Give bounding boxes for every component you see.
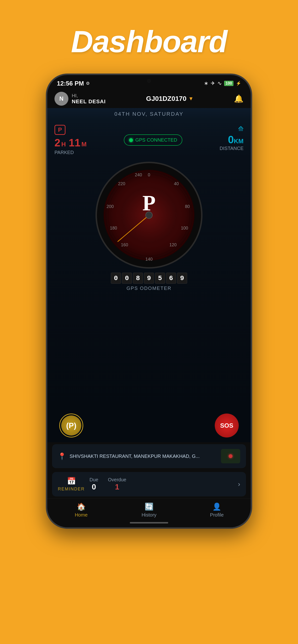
gps-label: GPS CONNECTED: [135, 137, 177, 143]
park-button-inner: (P): [61, 416, 81, 436]
svg-text:120: 120: [169, 242, 177, 247]
home-label: Home: [75, 512, 88, 518]
park-button[interactable]: (P): [59, 414, 83, 438]
reminder-calendar-icon: 📅: [67, 477, 76, 485]
speedometer-section: 0 40 80 100 120 140 160 180 200 220 240: [47, 158, 251, 409]
battery-icon: 100: [224, 81, 233, 86]
parked-hours: 2: [54, 137, 60, 149]
distance-icon: ⟰: [238, 125, 244, 133]
location-card[interactable]: 📍 SHIVSHAKTI RESTAURANT, MANEKPUR MAKAKH…: [52, 444, 246, 468]
svg-text:220: 220: [118, 181, 125, 186]
parked-badge: P: [54, 125, 66, 135]
bottom-nav: 🏠 Home 🔄 History 👤 Profile: [47, 498, 251, 520]
nav-home[interactable]: 🏠 Home: [47, 502, 115, 518]
odo-digit-3: 9: [144, 273, 154, 284]
parked-label: PARKED: [54, 150, 87, 155]
reminder-card[interactable]: 📅 REMINDER Due 0 Overdue 1 ›: [52, 472, 246, 496]
overdue-value: 1: [115, 482, 119, 492]
overdue-label: Overdue: [108, 477, 126, 482]
svg-text:40: 40: [174, 181, 179, 186]
speedometer: 0 40 80 100 120 140 160 180 200 220 240: [94, 160, 204, 270]
nav-profile[interactable]: 👤 Profile: [183, 502, 251, 518]
avatar: N: [54, 92, 68, 106]
parked-section: P 2 H 11 M PARKED: [54, 125, 87, 155]
svg-text:160: 160: [121, 242, 128, 247]
camera-notch: [147, 79, 151, 83]
home-bar: [130, 522, 168, 524]
svg-text:240: 240: [135, 172, 142, 177]
location-address: SHIVSHAKTI RESTAURANT, MANEKPUR MAKAKHAD…: [70, 454, 200, 459]
park-label: (P): [66, 421, 77, 430]
map-location-dot: [229, 454, 232, 458]
odo-digit-1: 0: [122, 273, 132, 284]
home-icon: 🏠: [77, 502, 86, 511]
profile-label: Profile: [210, 512, 224, 518]
status-icons: ∗ ✈ ∿ 100 ⚡: [204, 80, 241, 86]
svg-text:140: 140: [145, 257, 153, 262]
reminder-icon-section: 📅 REMINDER: [58, 477, 85, 492]
gps-dot-icon: [129, 138, 133, 142]
history-label: History: [141, 512, 157, 518]
odo-digit-4: 5: [155, 273, 165, 284]
reminder-due-stat: Due 0: [89, 477, 98, 492]
sos-button[interactable]: SOS: [215, 414, 239, 438]
parked-minutes-unit: M: [81, 141, 87, 148]
odo-digit-5: 6: [166, 273, 176, 284]
user-greeting: HI, NEEL DESAI: [72, 93, 106, 105]
settings-icon: ⚙: [86, 81, 90, 86]
reminder-overdue-stat: Overdue 1: [108, 477, 126, 492]
reminder-stats: Due 0 Overdue 1: [89, 477, 233, 492]
odo-digit-2: 8: [133, 273, 143, 284]
parked-hours-unit: H: [61, 141, 66, 148]
reminder-label: REMINDER: [58, 486, 85, 492]
bluetooth-icon: ∗: [204, 80, 208, 86]
odometer-display: 0 0 8 9 5 6 9: [111, 273, 187, 284]
date-bar: 04TH NOV, SATURDAY: [47, 108, 251, 120]
notification-bell[interactable]: 🔔: [234, 94, 244, 103]
parked-time: 2 H 11 M: [54, 137, 87, 149]
airplane-icon: ✈: [211, 80, 215, 86]
battery-lightning: ⚡: [236, 81, 241, 86]
location-pin-icon: 📍: [58, 452, 66, 460]
svg-text:0: 0: [148, 172, 150, 177]
odometer-label: GPS ODOMETER: [126, 286, 171, 291]
odo-digit-6: 9: [177, 273, 187, 284]
wifi-icon: ∿: [217, 80, 222, 86]
status-time: 12:56 PM: [57, 80, 84, 87]
page-title: Dashboard: [71, 24, 227, 59]
distance-unit: KM: [234, 138, 244, 145]
vehicle-selector[interactable]: GJ01DZ0170 ▼: [146, 95, 194, 102]
vehicle-id: GJ01DZ0170: [146, 95, 186, 102]
home-indicator: [47, 520, 251, 527]
svg-text:80: 80: [185, 204, 190, 209]
user-section: N HI, NEEL DESAI: [54, 92, 106, 106]
distance-section: ⟰ 0KM DISTANCE: [220, 125, 244, 151]
stats-row: P 2 H 11 M PARKED GPS CONNECTED ⟰ 0KM DI…: [47, 120, 251, 158]
dropdown-arrow-icon: ▼: [188, 96, 194, 102]
sos-label: SOS: [220, 422, 233, 429]
reminder-chevron-icon: ›: [238, 480, 240, 488]
parked-minutes: 11: [69, 137, 80, 149]
due-label: Due: [89, 477, 98, 482]
svg-text:180: 180: [110, 226, 117, 230]
history-icon: 🔄: [145, 502, 154, 511]
svg-text:200: 200: [106, 204, 114, 209]
nav-history[interactable]: 🔄 History: [115, 502, 183, 518]
screen: 12:56 PM ⚙ ∗ ✈ ∿ 100 ⚡ N HI, NEEL DESAI: [47, 75, 251, 527]
phone-shell: 12:56 PM ⚙ ∗ ✈ ∿ 100 ⚡ N HI, NEEL DESAI: [46, 74, 252, 529]
user-name: NEEL DESAI: [72, 98, 106, 105]
app-header: N HI, NEEL DESAI GJ01DZ0170 ▼ 🔔: [47, 89, 251, 108]
odo-digit-0: 0: [111, 273, 121, 284]
svg-text:P: P: [142, 191, 156, 215]
action-buttons: (P) SOS: [47, 409, 251, 442]
svg-text:100: 100: [181, 226, 188, 230]
distance-value: 0KM: [228, 134, 244, 146]
speedometer-svg: 0 40 80 100 120 140 160 180 200 220 240: [94, 160, 204, 270]
gps-connected-button[interactable]: GPS CONNECTED: [124, 134, 182, 146]
due-value: 0: [92, 482, 96, 492]
distance-label: DISTANCE: [220, 146, 244, 151]
location-map-thumbnail: [221, 449, 240, 463]
profile-icon: 👤: [212, 502, 221, 511]
greeting-text: HI,: [72, 93, 106, 98]
location-left: 📍 SHIVSHAKTI RESTAURANT, MANEKPUR MAKAKH…: [58, 452, 221, 460]
